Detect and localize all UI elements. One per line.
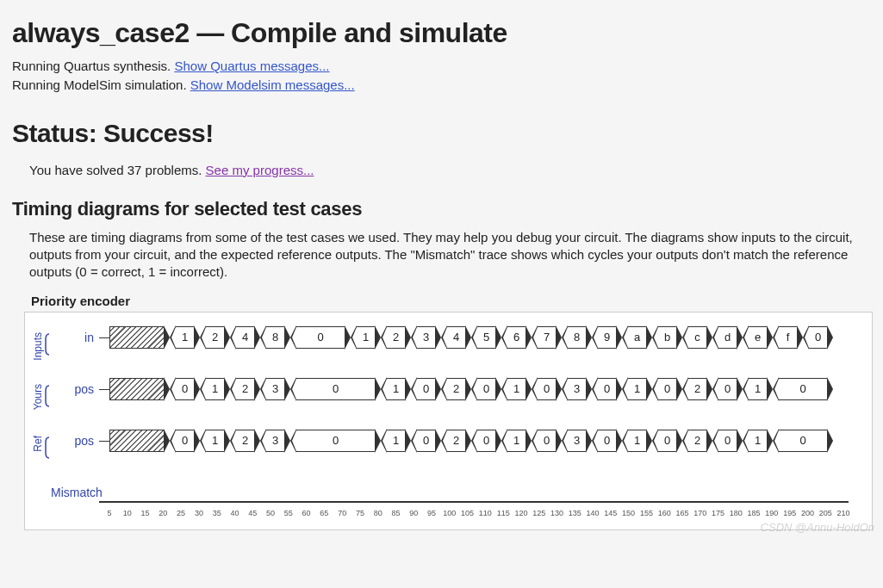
time-tick: 45 — [248, 509, 257, 517]
signal-name-pos: pos — [51, 382, 99, 396]
time-tick: 30 — [195, 509, 203, 517]
time-tick: 50 — [266, 509, 275, 517]
time-tick: 5 — [107, 509, 111, 517]
wave-track: 12480123456789abcdef0 — [99, 326, 849, 349]
time-tick: 195 — [783, 509, 796, 517]
time-tick: 90 — [409, 509, 418, 517]
wave-segment: 2 — [236, 430, 254, 452]
time-tick: 60 — [302, 509, 311, 517]
time-tick: 80 — [374, 509, 382, 517]
signal-row-yours-pos: Yourspos0123010201030102010 — [25, 376, 872, 402]
time-tick: 65 — [320, 509, 328, 517]
time-tick: 200 — [801, 509, 814, 517]
show-quartus-link[interactable]: Show Quartus messages... — [174, 59, 329, 73]
mismatch-row: Mismatch — [25, 480, 872, 505]
wave-track: 0123010201030102010 — [99, 378, 849, 400]
wave-segment: 8 — [266, 326, 284, 349]
progress-prefix: You have solved 37 problems. — [29, 163, 206, 177]
time-tick: 135 — [569, 509, 581, 517]
time-tick: 70 — [338, 509, 346, 517]
wave-segment: 0 — [658, 378, 676, 400]
wave-segment: 5 — [477, 326, 495, 349]
wave-segment: 0 — [538, 430, 556, 452]
signal-row-ref-pos: Refpos0123010201030102010 — [25, 428, 872, 454]
wave-segment: 0 — [538, 378, 556, 400]
wave-segment: 6 — [507, 326, 525, 349]
wave-segment — [109, 378, 164, 400]
wave-segment: 0 — [417, 378, 435, 400]
time-tick: 40 — [230, 509, 239, 517]
wave-segment: 1 — [507, 430, 525, 452]
wave-segment: 0 — [779, 430, 827, 452]
wave-segment: 0 — [477, 378, 495, 400]
wave-segment: 0 — [176, 430, 194, 452]
time-tick: 210 — [836, 509, 849, 517]
wave-segment: 2 — [206, 326, 224, 349]
progress-line: You have solved 37 problems. See my prog… — [29, 162, 871, 179]
wave-segment: 2 — [688, 430, 706, 452]
mismatch-track — [99, 501, 849, 503]
time-tick: 140 — [587, 509, 600, 517]
wave-segment — [109, 326, 164, 349]
watermark: CSDN @Annu-HoldOn — [761, 521, 874, 534]
time-tick: 75 — [356, 509, 364, 517]
see-progress-link[interactable]: See my progress... — [206, 163, 314, 177]
status-heading: Status: Success! — [12, 119, 871, 148]
wave-segment: 1 — [206, 430, 224, 452]
wave-segment: 1 — [206, 378, 224, 400]
time-tick: 115 — [497, 509, 510, 517]
wave-segment: 0 — [598, 378, 616, 400]
time-tick: 170 — [693, 509, 706, 517]
time-tick: 155 — [640, 509, 653, 517]
wave-segment: 3 — [568, 430, 586, 452]
page-title: always_case2 — Compile and simulate — [12, 17, 871, 49]
wave-segment: 0 — [176, 378, 194, 400]
wave-segment: c — [688, 326, 706, 349]
time-tick: 185 — [748, 509, 761, 517]
synthesis-prefix: Running Quartus synthesis. — [12, 59, 174, 73]
wave-segment: 1 — [628, 378, 646, 400]
wave-segment: 1 — [628, 430, 646, 452]
time-tick: 205 — [819, 509, 832, 517]
mismatch-label: Mismatch — [51, 486, 99, 499]
wave-segment: 0 — [296, 430, 375, 452]
time-tick: 190 — [765, 509, 778, 517]
time-tick: 150 — [622, 509, 635, 517]
wave-segment: 2 — [236, 378, 254, 400]
time-tick: 110 — [479, 509, 492, 517]
wave-segment: 0 — [718, 430, 737, 452]
wave-segment: 2 — [447, 378, 465, 400]
time-tick: 165 — [675, 509, 688, 517]
wave-segment: 7 — [538, 326, 556, 349]
time-tick: 25 — [177, 509, 185, 517]
wave-segment: b — [658, 326, 676, 349]
wave-segment: 2 — [688, 378, 706, 400]
time-tick: 100 — [443, 509, 456, 517]
wave-segment: 0 — [477, 430, 495, 452]
time-tick: 95 — [427, 509, 436, 517]
wave-segment: 0 — [417, 430, 435, 452]
time-tick: 55 — [284, 509, 293, 517]
wave-segment: 0 — [296, 326, 345, 349]
wave-segment: 3 — [568, 378, 586, 400]
wave-segment: 2 — [447, 430, 465, 452]
wave-segment: f — [779, 326, 797, 349]
wave-segment: a — [628, 326, 646, 349]
show-modelsim-link[interactable]: Show Modelsim messages... — [190, 77, 355, 92]
wave-segment: 2 — [387, 326, 405, 349]
signal-row-inputs-in: Inputsin12480123456789abcdef0 — [25, 325, 872, 350]
wave-segment — [109, 430, 164, 452]
wave-segment: 1 — [749, 430, 767, 452]
wave-segment: 0 — [296, 378, 375, 400]
signal-name-in: in — [51, 331, 99, 344]
wave-segment: 4 — [447, 326, 465, 349]
synthesis-line: Running Quartus synthesis. Show Quartus … — [12, 58, 871, 75]
time-tick: 10 — [123, 509, 132, 517]
wave-segment: 1 — [507, 378, 525, 400]
wave-segment: 1 — [387, 430, 405, 452]
wave-segment: e — [749, 326, 767, 349]
wave-segment: 3 — [417, 326, 435, 349]
wave-segment: d — [718, 326, 737, 349]
wave-segment: 4 — [236, 326, 254, 349]
wave-segment: 0 — [658, 430, 676, 452]
